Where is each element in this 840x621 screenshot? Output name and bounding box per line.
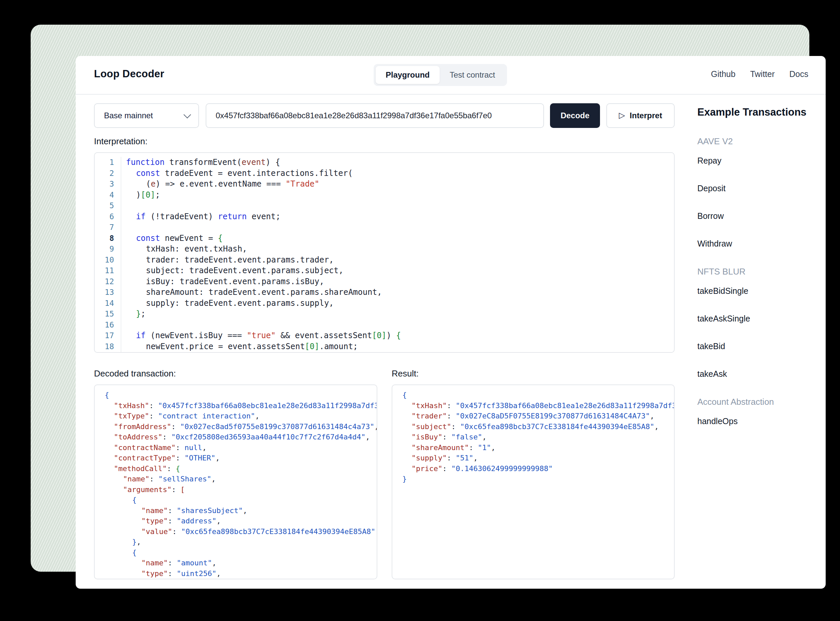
json-line: "subject": "0xc65fea898bcb37C7cE338184fe… (402, 421, 674, 432)
json-line: "price": "0.1463062499999999988" (402, 463, 674, 474)
json-line: "isBuy": "false", (402, 432, 674, 442)
app-title: Loop Decoder (94, 68, 164, 80)
line-number: 16 (95, 320, 121, 330)
code-line: 14supply: tradeEvent.event.params.supply… (95, 298, 674, 309)
sidebar-section-aave-v2: AAVE V2 (697, 136, 826, 147)
code-line: 3(e) => e.event.eventName === "Trade" (95, 179, 674, 189)
tx-hash-input[interactable] (206, 103, 544, 128)
interpretation-label: Interpretation: (94, 136, 147, 147)
line-number: 17 (95, 330, 121, 341)
json-line: { (105, 495, 377, 505)
json-line: { (105, 547, 377, 558)
json-line: "name": "sellShares", (105, 474, 377, 485)
code-line: 8const newEvent = { (95, 233, 674, 244)
json-line: "contractName": null, (105, 442, 377, 453)
tab-test-contract[interactable]: Test contract (440, 66, 505, 84)
network-select-value: Base mainnet (104, 111, 153, 120)
line-number: 18 (95, 341, 121, 352)
code-line: 11subject: tradeEvent.event.params.subje… (95, 265, 674, 276)
code-line: 19} (95, 352, 674, 353)
json-line: "arguments": [ (105, 485, 377, 495)
json-line: "toAddress": "0xcf205808ed36593aa40a44f1… (105, 432, 377, 442)
sidebar-section-account-abstraction: Account Abstraction (697, 397, 826, 407)
line-number: 12 (95, 276, 121, 287)
json-line: "fromAddress": "0x027ec8ad5f0755e8199c37… (105, 421, 377, 432)
json-line: "txHash": "0x457fcf338baf66a08ebc81ea1e2… (105, 400, 377, 411)
result-panel[interactable]: {"txHash": "0x457fcf338baf66a08ebc81ea1e… (392, 385, 675, 579)
code-line: 6if (!tradeEvent) return event; (95, 211, 674, 222)
tab-playground[interactable]: Playground (376, 66, 440, 84)
json-line: "supply": "51", (402, 453, 674, 463)
json-line: "shareAmount": "1", (402, 442, 674, 453)
result-label: Result: (392, 368, 418, 379)
sidebar-title: Example Transactions (697, 106, 826, 118)
json-line: "value": "0xc65fea898bcb37C7cE338184fe44… (105, 526, 377, 537)
header-links: GithubTwitterDocs (711, 69, 808, 79)
json-line: "txHash": "0x457fcf338baf66a08ebc81ea1e2… (402, 400, 674, 411)
example-tx-Deposit[interactable]: Deposit (697, 183, 826, 193)
mode-tab-group: PlaygroundTest contract (374, 64, 507, 86)
network-select[interactable]: Base mainnet (94, 103, 199, 128)
code-line: 7 (95, 222, 674, 233)
code-line: 15}; (95, 309, 674, 320)
json-line: "trader": "0x027eC8aD5F0755E8199c370877d… (402, 411, 674, 421)
json-line: "methodCall": { (105, 463, 377, 474)
code-line: 13shareAmount: tradeEvent.event.params.s… (95, 287, 674, 298)
page-frame: Loop Decoder PlaygroundTest contract Git… (31, 25, 809, 572)
header-link-docs[interactable]: Docs (789, 69, 808, 79)
decoded-transaction-panel[interactable]: {"txHash": "0x457fcf338baf66a08ebc81ea1e… (94, 385, 378, 579)
json-line: { (105, 390, 377, 400)
line-number: 7 (95, 222, 121, 233)
line-number: 8 (95, 233, 121, 244)
code-line: 4)[0]; (95, 189, 674, 201)
line-number: 19 (95, 352, 121, 353)
interpretation-code-editor[interactable]: 1function transformEvent(event) {2const … (94, 152, 675, 353)
code-line: 12isBuy: tradeEvent.event.params.isBuy, (95, 276, 674, 287)
example-tx-takeAskSingle[interactable]: takeAskSingle (697, 314, 826, 324)
interpret-button[interactable]: ▷ Interpret (606, 103, 675, 128)
example-tx-takeBidSingle[interactable]: takeBidSingle (697, 286, 826, 296)
line-number: 5 (95, 200, 121, 211)
code-line: 1function transformEvent(event) { (95, 157, 674, 168)
example-tx-takeBid[interactable]: takeBid (697, 341, 826, 351)
json-line: }, (105, 537, 377, 547)
json-line: "type": "uint256", (105, 568, 377, 579)
line-number: 3 (95, 179, 121, 189)
json-line: { (402, 390, 674, 400)
json-line: "type": "address", (105, 516, 377, 526)
example-tx-takeAsk[interactable]: takeAsk (697, 369, 826, 379)
code-line: 2const tradeEvent = event.interactions.f… (95, 168, 674, 179)
example-tx-Withdraw[interactable]: Withdraw (697, 239, 826, 248)
line-number: 2 (95, 168, 121, 179)
example-transactions-sidebar: Example Transactions AAVE V2RepayDeposit… (697, 106, 826, 426)
app-header: Loop Decoder PlaygroundTest contract Git… (76, 56, 826, 95)
chevron-down-icon (183, 111, 191, 119)
code-line: 18newEvent.price = event.assetsSent[0].a… (95, 341, 674, 352)
json-line: "txType": "contract interaction", (105, 411, 377, 421)
example-tx-Repay[interactable]: Repay (697, 156, 826, 165)
line-number: 6 (95, 211, 121, 222)
decoded-transaction-label: Decoded transaction: (94, 368, 176, 379)
json-line: "value": "1" (105, 579, 377, 579)
example-tx-Borrow[interactable]: Borrow (697, 211, 826, 221)
line-number: 9 (95, 244, 121, 254)
json-line: } (402, 474, 674, 485)
json-line: "name": "amount", (105, 558, 377, 568)
json-line: "contractType": "OTHER", (105, 453, 377, 463)
code-line: 10trader: tradeEvent.event.params.trader… (95, 254, 674, 265)
line-number: 11 (95, 265, 121, 276)
line-number: 13 (95, 287, 121, 298)
line-number: 1 (95, 157, 121, 168)
header-link-twitter[interactable]: Twitter (750, 69, 775, 79)
decode-controls: Base mainnet Decode ▷ Interpret (94, 103, 721, 128)
example-tx-handleOps[interactable]: handleOps (697, 417, 826, 426)
line-number: 10 (95, 254, 121, 265)
json-line: "name": "sharesSubject", (105, 505, 377, 516)
play-icon: ▷ (619, 111, 625, 120)
code-line: 5 (95, 200, 674, 211)
code-line: 16 (95, 320, 674, 330)
code-line: 9txHash: event.txHash, (95, 244, 674, 254)
header-link-github[interactable]: Github (711, 69, 736, 79)
decode-button[interactable]: Decode (550, 103, 600, 128)
interpret-button-label: Interpret (630, 111, 662, 120)
